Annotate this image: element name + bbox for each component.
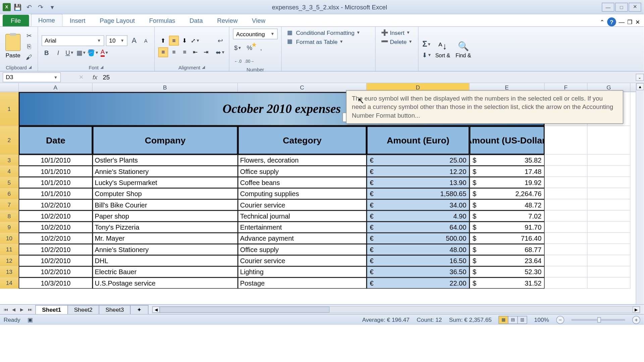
cell[interactable] [588,199,631,210]
cell-euro[interactable]: €25.00 [367,155,470,166]
review-tab[interactable]: Review [210,15,245,26]
cell[interactable] [588,166,631,177]
decrease-indent-icon[interactable]: ⇤ [191,47,200,57]
font-size-dropdown[interactable]: 10▼ [106,35,127,46]
cell-date[interactable]: 10/3/2010 [19,278,93,289]
scroll-left-icon[interactable]: ◀ [153,306,160,313]
cell-date[interactable]: 10/2/2010 [19,233,93,244]
row-header[interactable]: 11 [0,244,19,255]
cell[interactable] [545,266,588,277]
delete-cells-button[interactable]: ➖Delete▼ [379,38,414,46]
redo-icon[interactable]: ↷ [36,2,46,12]
percent-format-button[interactable]: %★ [245,43,254,53]
cell-date[interactable]: 10/2/2010 [19,266,93,277]
merge-center-button[interactable]: ⬌▼ [216,47,225,57]
row-header[interactable]: 5 [0,177,19,188]
next-sheet-icon[interactable]: ▶ [18,305,26,313]
zoom-slider[interactable] [572,319,625,320]
row-header[interactable]: 9 [0,222,19,233]
italic-button[interactable]: I [53,48,63,57]
cell-company[interactable]: Tony's Pizzeria [93,222,238,233]
row-header[interactable]: 7 [0,199,19,210]
save-icon[interactable]: 💾 [12,2,22,12]
window-min-icon[interactable]: — [619,18,625,25]
cell[interactable] [588,155,631,166]
cell-euro[interactable]: €13.90 [367,177,470,188]
cell[interactable] [588,222,631,233]
cell-category[interactable]: Entertainment [238,222,367,233]
fx-icon[interactable]: fx [93,73,98,80]
cell-date[interactable]: 10/2/2010 [19,244,93,255]
cell-usd[interactable]: $91.70 [470,222,545,233]
cell-company[interactable]: DHL [93,255,238,266]
cell-euro[interactable]: €1,580.65 [367,188,470,199]
cell-company[interactable]: Electric Bauer [93,266,238,277]
formula-bar[interactable]: 25 [102,73,636,82]
col-header-a[interactable]: A [19,83,93,92]
cell[interactable] [588,188,631,199]
cancel-formula-icon[interactable]: ✕ [79,74,84,80]
zoom-out-button[interactable]: − [556,316,564,324]
minimize-button[interactable]: — [602,2,614,11]
first-sheet-icon[interactable]: ⏮ [2,305,10,313]
normal-view-button[interactable]: ▦ [498,316,508,324]
zoom-in-button[interactable]: + [632,316,640,324]
cell[interactable] [588,233,631,244]
cell-usd[interactable]: $31.52 [470,278,545,289]
select-all-corner[interactable] [0,83,19,92]
row-header-2[interactable]: 2 [0,126,19,155]
cell-category[interactable]: Office supply [238,166,367,177]
align-left-icon[interactable]: ≡ [158,47,168,57]
header-category[interactable]: Category [238,126,367,155]
file-tab[interactable]: File [3,15,29,26]
accounting-format-button[interactable]: $▼ [233,43,243,53]
fill-color-button[interactable]: 🪣▼ [88,48,98,57]
align-top-icon[interactable]: ⬆ [158,36,168,45]
header-usd[interactable]: Amount (US-Dollar) [470,126,545,155]
cell[interactable] [545,222,588,233]
cell[interactable] [545,155,588,166]
name-box[interactable]: D3▼ [3,72,61,82]
cell-category[interactable]: Technical journal [238,210,367,222]
cell-usd[interactable]: $48.72 [470,199,545,210]
cell-category[interactable]: Courier service [238,255,367,266]
font-dialog-icon[interactable]: ◢ [100,65,103,70]
cell[interactable] [588,177,631,188]
sheet-tab-1[interactable]: Sheet1 [35,305,68,314]
cell[interactable] [545,199,588,210]
cell-company[interactable]: Lucky's Supermarket [93,177,238,188]
cell-company[interactable]: Annie's Stationery [93,244,238,255]
cell-company[interactable]: Bill's Bike Courier [93,199,238,210]
cell[interactable] [545,126,588,155]
minimize-ribbon-icon[interactable]: ⌃ [600,18,605,25]
cell-date[interactable]: 10/1/2010 [19,155,93,166]
cell-usd[interactable]: $52.30 [470,266,545,277]
cell-euro[interactable]: €34.00 [367,199,470,210]
grow-font-icon[interactable]: A [129,36,139,45]
expand-formula-bar-icon[interactable]: ⌄ [636,73,644,80]
page-layout-view-button[interactable]: ▤ [508,316,518,324]
comma-format-button[interactable]: , [256,43,266,53]
prev-sheet-icon[interactable]: ◀ [10,305,18,313]
close-button[interactable]: ✕ [629,2,641,11]
cell-company[interactable]: Mr. Mayer [93,233,238,244]
cell-usd[interactable]: $7.02 [470,210,545,222]
font-color-button[interactable]: A▼ [100,48,109,57]
col-header-b[interactable]: B [93,83,238,92]
row-header[interactable]: 3 [0,155,19,166]
cell-date[interactable]: 10/1/2010 [19,177,93,188]
cell-euro[interactable]: €16.50 [367,255,470,266]
undo-icon[interactable]: ↶ [24,2,34,12]
cell[interactable] [545,166,588,177]
cell-euro[interactable]: €64.00 [367,222,470,233]
increase-decimal-button[interactable]: ←.0 [233,56,243,66]
number-format-dropdown[interactable]: Accounting▼ [233,28,277,39]
align-right-icon[interactable]: ≡ [180,47,190,57]
cell[interactable] [588,278,631,289]
cell-usd[interactable]: $23.64 [470,255,545,266]
orientation-icon[interactable]: ⤢▼ [191,36,200,45]
decrease-decimal-button[interactable]: .00→ [245,56,254,66]
find-select-button[interactable]: 🔍 Find & [454,40,473,59]
cell[interactable] [545,210,588,222]
format-painter-icon[interactable]: 🖌 [24,52,34,62]
